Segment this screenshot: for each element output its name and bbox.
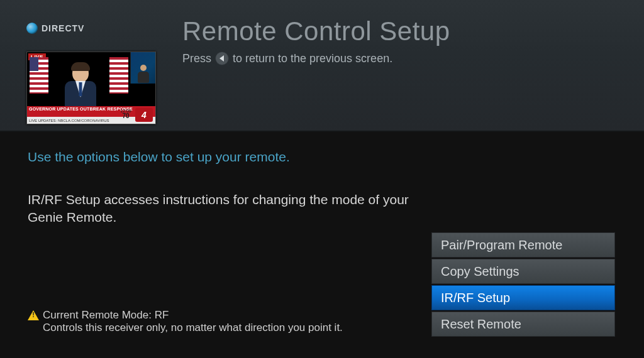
menu-item-label: IR/RF Setup (441, 291, 510, 305)
weather-temp: 12:09 70 (118, 109, 134, 121)
station-logo: 4 (135, 108, 153, 122)
warning-icon (28, 310, 39, 320)
tv-preview: LIVE GOVERNOR UPDATES OUTBREAK RESPONSE … (26, 52, 156, 124)
speaker-figure (64, 63, 97, 110)
description-text: IR/RF Setup accesses instructions for ch… (28, 191, 430, 227)
flag-icon (30, 57, 48, 94)
body-area: Use the options below to set up your rem… (0, 132, 644, 358)
menu-item-label: Copy Settings (441, 264, 519, 279)
header-band: DIRECTV LIVE GOVERNOR UPDATES OUTBREAK R (0, 0, 644, 132)
current-mode-info: Current Remote Mode: RF Controls this re… (28, 309, 343, 334)
options-menu: Pair/Program Remote Copy Settings IR/RF … (431, 232, 615, 337)
back-button-icon[interactable] (215, 52, 229, 65)
hint-pre: Press (182, 52, 211, 65)
brand-logo: DIRECTV (26, 23, 84, 34)
instruction-text: Use the options below to set up your rem… (28, 149, 616, 165)
menu-pair-program[interactable]: Pair/Program Remote (431, 232, 615, 258)
flag-icon (109, 57, 128, 94)
menu-reset-remote[interactable]: Reset Remote (431, 312, 615, 337)
menu-item-label: Reset Remote (441, 317, 521, 332)
menu-copy-settings[interactable]: Copy Settings (431, 259, 615, 284)
back-hint: Press to return to the previous screen. (182, 52, 392, 65)
page-title: Remote Control Setup (182, 16, 450, 46)
hint-post: to return to the previous screen. (233, 52, 392, 65)
menu-item-label: Pair/Program Remote (441, 238, 562, 252)
remote-mode-line: Current Remote Mode: RF (43, 309, 343, 322)
menu-ir-rf-setup[interactable]: IR/RF Setup (431, 285, 615, 310)
remote-mode-desc: Controls this receiver only, no matter w… (43, 322, 343, 334)
interpreter-box (130, 52, 155, 84)
brand-name: DIRECTV (42, 23, 84, 33)
directv-globe-icon (26, 23, 38, 34)
